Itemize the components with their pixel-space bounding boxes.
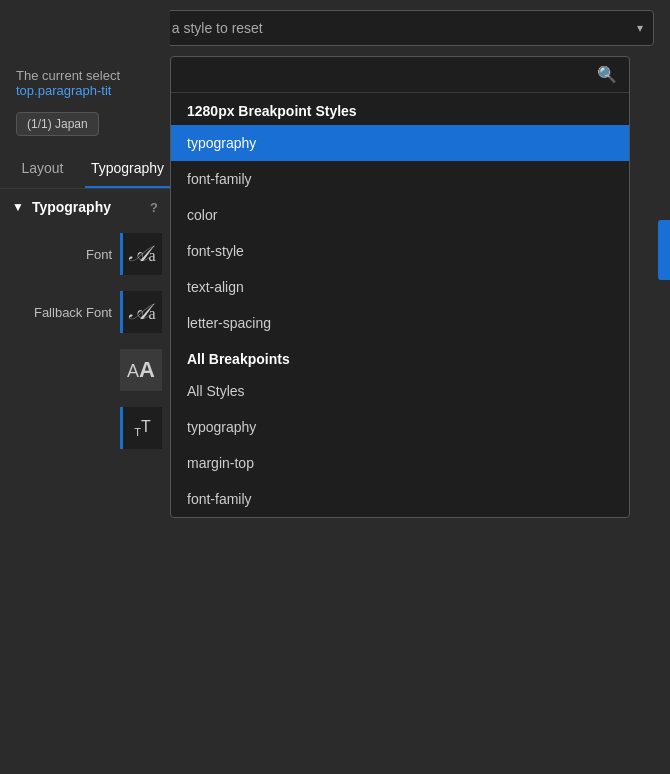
item-label-1-2: margin-top: [187, 455, 254, 471]
section-arrow-icon: ▼: [12, 200, 24, 214]
item-label-1-1: typography: [187, 419, 256, 435]
help-icon[interactable]: ?: [150, 200, 158, 215]
selector-box[interactable]: (1/1) Japan: [16, 112, 99, 136]
item-label-0-3: font-style: [187, 243, 244, 259]
search-icon: 🔍: [597, 65, 617, 84]
tab-typography[interactable]: Typography: [85, 150, 170, 188]
fallback-font-row: Fallback Font 𝒜a: [0, 283, 170, 341]
dropdown-item-1-3[interactable]: font-family: [171, 481, 629, 517]
size-icon: AA: [127, 357, 155, 383]
dropdown-item-0-3[interactable]: font-style: [171, 233, 629, 269]
dropdown-panel: 🔍 1280px Breakpoint Styles typography fo…: [170, 56, 630, 518]
style-dropdown[interactable]: Choose a style to reset ▾: [109, 10, 654, 46]
dropdown-item-1-2[interactable]: margin-top: [171, 445, 629, 481]
typography-section-title[interactable]: ▼ Typography ?: [0, 189, 170, 225]
font-icon-button[interactable]: 𝒜a: [120, 233, 162, 275]
size-row: AA: [0, 341, 170, 399]
item-label-1-3: font-family: [187, 491, 252, 507]
search-row: 🔍: [171, 57, 629, 93]
left-panel: The current select top.paragraph-tit (1/…: [0, 56, 170, 457]
dropdown-item-0-1[interactable]: font-family: [171, 161, 629, 197]
item-label-0-5: letter-spacing: [187, 315, 271, 331]
info-link[interactable]: top.paragraph-tit: [16, 83, 111, 98]
fallback-font-label: Fallback Font: [12, 305, 112, 320]
tab-layout[interactable]: Layout: [0, 150, 85, 188]
dropdown-item-0-5[interactable]: letter-spacing: [171, 305, 629, 341]
font-icon: 𝒜a: [129, 241, 155, 267]
selector-row: (1/1) Japan: [0, 106, 170, 142]
section-header-0: 1280px Breakpoint Styles: [171, 93, 629, 125]
section-title-0: 1280px Breakpoint Styles: [187, 103, 357, 119]
transform-icon: TT: [134, 418, 151, 438]
dropdown-item-0-2[interactable]: color: [171, 197, 629, 233]
size-icon-button[interactable]: AA: [120, 349, 162, 391]
dropdown-item-1-0[interactable]: All Styles: [171, 373, 629, 409]
fallback-font-icon-button[interactable]: 𝒜a: [120, 291, 162, 333]
transform-row: TT: [0, 399, 170, 457]
search-input[interactable]: [183, 67, 589, 83]
item-label-0-4: text-align: [187, 279, 244, 295]
item-label-0-1: font-family: [187, 171, 252, 187]
dropdown-item-0-0[interactable]: typography: [171, 125, 629, 161]
font-row: Font 𝒜a: [0, 225, 170, 283]
font-label: Font: [12, 247, 112, 262]
section-header-1: All Breakpoints: [171, 341, 629, 373]
item-label-1-0: All Styles: [187, 383, 245, 399]
dropdown-item-1-1[interactable]: typography: [171, 409, 629, 445]
item-label-0-2: color: [187, 207, 217, 223]
nav-tabs: Layout Typography: [0, 150, 170, 189]
section-title-label: Typography: [32, 199, 111, 215]
dropdown-arrow-icon: ▾: [637, 21, 643, 35]
section-title-1: All Breakpoints: [187, 351, 290, 367]
blue-right-accent: [658, 220, 670, 280]
fallback-font-icon: 𝒜a: [129, 299, 155, 325]
info-text: The current select: [16, 68, 120, 83]
info-row: The current select top.paragraph-tit: [0, 56, 170, 106]
item-label-0-0: typography: [187, 135, 256, 151]
dropdown-item-0-4[interactable]: text-align: [171, 269, 629, 305]
dropdown-list: 1280px Breakpoint Styles typography font…: [171, 93, 629, 517]
transform-icon-button[interactable]: TT: [120, 407, 162, 449]
